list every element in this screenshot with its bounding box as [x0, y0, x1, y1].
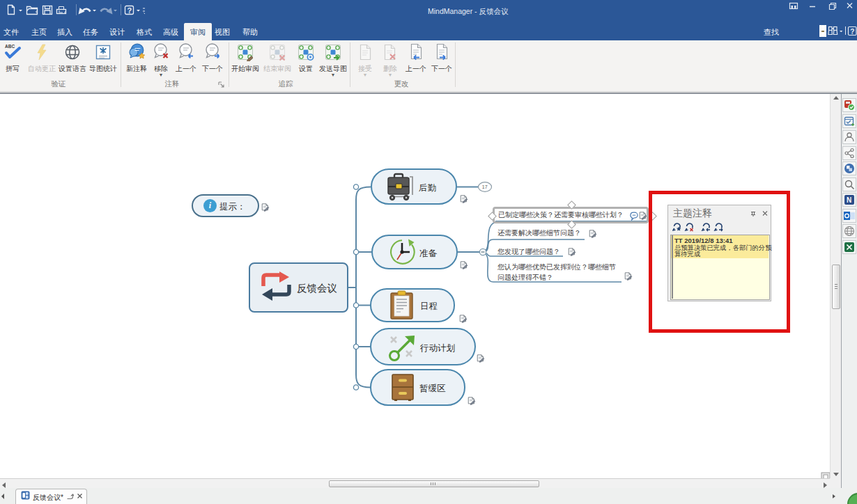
svg-text:17: 17: [482, 184, 488, 189]
svg-text:?: ?: [128, 6, 132, 15]
svg-text:?: ?: [850, 28, 854, 36]
svg-text:ABC: ABC: [5, 44, 15, 49]
svg-text:N: N: [847, 196, 851, 204]
